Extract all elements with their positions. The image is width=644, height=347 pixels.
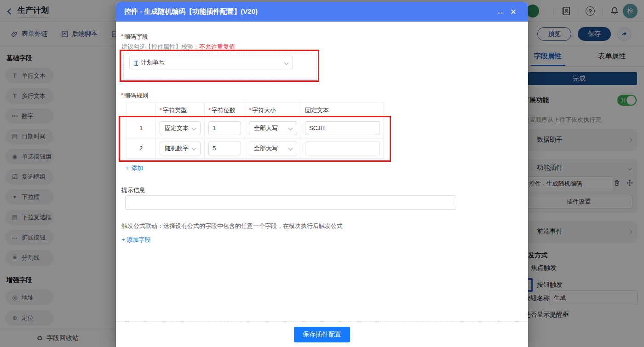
tip-input[interactable]: [125, 195, 456, 210]
char-digits-input[interactable]: [208, 121, 241, 135]
screen: 生产计划 ? 检: [0, 0, 644, 347]
code-field-label: * 编码字段: [121, 33, 148, 41]
code-field-hint: 建议勾选【控件属性】校验： 不允许重复值: [121, 43, 235, 51]
chevron-down-icon: [192, 146, 196, 151]
char-digits-input[interactable]: [208, 142, 241, 155]
char-case-select[interactable]: 全部大写: [249, 121, 297, 135]
save-plugin-config-button[interactable]: 保存插件配置: [294, 327, 350, 342]
plugin-config-modal: 控件 - 生成随机编码【功能插件配置】(V20) ↔ × * 编码字段 建议勾选…: [116, 2, 528, 347]
modal-body: * 编码字段 建议勾选【控件属性】校验： 不允许重复值 T 计划单号 * 编码规…: [116, 22, 528, 347]
chevron-down-icon: [284, 60, 289, 65]
char-type-select[interactable]: 固定文本: [160, 121, 201, 135]
row-index: 1: [126, 118, 156, 138]
char-type-select[interactable]: 随机数字: [160, 142, 201, 155]
code-field-select[interactable]: T 计划单号: [129, 56, 293, 69]
fixed-text-input[interactable]: [305, 121, 380, 135]
col-char-digits: *字符位数: [205, 102, 245, 118]
modal-title: 控件 - 生成随机编码【功能插件配置】(V20): [124, 7, 494, 16]
chevron-down-icon: [288, 126, 293, 131]
code-rule-label: * 编码规则: [121, 91, 148, 100]
col-index: [126, 102, 156, 118]
table-row: 2 随机数字 全部大写: [126, 138, 384, 159]
char-case-select[interactable]: 全部大写: [249, 142, 297, 155]
add-field-link[interactable]: + 添加字段: [121, 236, 150, 244]
fixed-text-input[interactable]: [305, 142, 380, 155]
table-header-row: *字符类型 *字符位数 *字符大小 固定文本: [126, 102, 384, 118]
tip-label: 提示信息: [121, 186, 145, 194]
col-char-case: *字符大小: [245, 102, 301, 118]
col-fixed-text: 固定文本: [301, 102, 384, 118]
modal-footer: 保存插件配置: [116, 321, 528, 347]
row-index: 2: [126, 138, 156, 159]
modal-header: 控件 - 生成随机编码【功能插件配置】(V20) ↔ ×: [116, 2, 528, 22]
formula-trigger-note: 触发公式联动：选择设有公式的字段中包含的任意一个字段，在模块执行后触发公式: [121, 222, 343, 230]
code-rule-table: *字符类型 *字符位数 *字符大小 固定文本 1 固定文本 全部大写 2 随机数…: [126, 102, 384, 159]
chevron-down-icon: [192, 126, 196, 131]
table-row: 1 固定文本 全部大写: [126, 118, 384, 138]
col-char-type: *字符类型: [156, 102, 205, 118]
text-field-icon: T: [134, 59, 138, 66]
close-icon[interactable]: ×: [507, 7, 520, 17]
resize-horizontal-icon[interactable]: ↔: [494, 8, 507, 16]
add-rule-link[interactable]: + 添加: [126, 164, 143, 172]
chevron-down-icon: [288, 146, 293, 151]
